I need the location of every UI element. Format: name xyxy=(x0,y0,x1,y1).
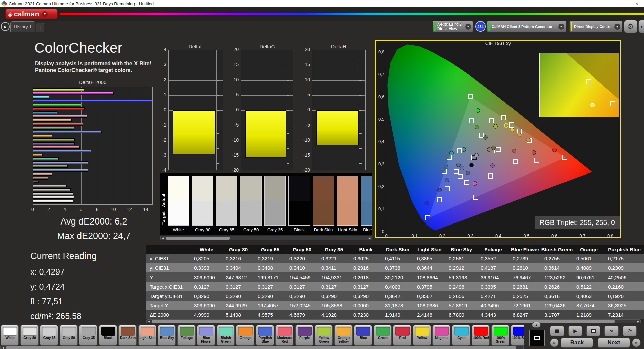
pattern-label: 100% Blue xyxy=(511,336,524,340)
patch-swatch[interactable] xyxy=(192,176,213,226)
meter-dropdown[interactable]: X-Rite i1Pro 2 Direct View ▼ xyxy=(433,21,473,32)
tick xyxy=(287,88,289,88)
table-cell: 4,9575 xyxy=(254,310,286,319)
patch-target xyxy=(192,201,213,225)
pattern-strip-scrollbar[interactable]: ◀ xyxy=(0,346,524,349)
pattern-button-orange[interactable]: Orange xyxy=(236,325,254,346)
patch-swatch[interactable] xyxy=(361,176,372,226)
minimize-button[interactable]: — xyxy=(600,0,614,7)
pattern-button-blue-sky[interactable]: Blue Sky xyxy=(158,325,176,346)
table-cell: 0,3219 xyxy=(254,254,286,263)
x-tick-label: 10 xyxy=(108,207,118,212)
window-title: Calman 2021 Calman Ultimate for Business… xyxy=(9,1,154,6)
pattern-button-orange-yellow[interactable]: Orange Yellow xyxy=(334,325,353,346)
back-button[interactable]: Back xyxy=(561,338,593,348)
table-cell: 0,3127 xyxy=(254,282,286,291)
settings-gear-button[interactable]: ⚙ xyxy=(624,20,637,33)
scroll-left-icon[interactable]: ◀ xyxy=(161,236,165,240)
pattern-label: Magenta xyxy=(433,336,451,340)
pattern-button-yellow[interactable]: Yellow xyxy=(413,325,431,346)
pattern-button-light-skin[interactable]: Light Skin xyxy=(138,325,156,346)
table-cell: 129,6426 xyxy=(541,301,573,310)
pattern-button-purplish-blue[interactable]: Purplish Blue xyxy=(256,325,274,346)
pattern-button-bluish-green[interactable]: Bluish Green xyxy=(217,325,235,346)
continuous-measure-button[interactable]: ∞ xyxy=(604,326,619,336)
x-tick-label: 0,8 xyxy=(605,233,616,238)
patch-label: Light Skin xyxy=(337,227,358,232)
y-tick-label: -10 xyxy=(299,137,310,143)
patch-swatch[interactable] xyxy=(313,176,334,226)
pattern-preview-window[interactable] xyxy=(529,330,545,346)
pattern-button-blue[interactable]: Blue xyxy=(354,325,372,346)
pattern-label: Yellow xyxy=(413,336,431,340)
pattern-label: Blue xyxy=(354,336,372,340)
add-tab-button[interactable]: + xyxy=(36,23,44,32)
patch-swatch[interactable] xyxy=(337,176,358,226)
tick xyxy=(359,163,362,164)
stop-measure-button[interactable]: ■ xyxy=(550,326,564,336)
tab-scroll-button[interactable]: ▶ xyxy=(1,22,10,31)
patch-swatch[interactable] xyxy=(240,176,262,226)
patch-actual xyxy=(337,176,358,201)
pattern-button-magenta[interactable]: Magenta xyxy=(432,325,450,346)
patch-swatch[interactable] xyxy=(168,176,189,226)
scroll-left-icon[interactable]: ◀ xyxy=(1,346,5,349)
pattern-button-100-red[interactable]: 100% Red xyxy=(472,325,490,346)
pattern-button-moderate-red[interactable]: Moderate Red xyxy=(275,325,293,346)
table-cell: 0,3205 xyxy=(191,254,222,263)
scroll-right-icon[interactable]: ▶ xyxy=(367,236,372,240)
scrollbar-thumb[interactable] xyxy=(166,237,230,240)
maximize-button[interactable]: □ xyxy=(614,0,629,7)
y-tick-label: -15 xyxy=(299,152,310,158)
display-control-dropdown[interactable]: Direct Display Control ▼ xyxy=(569,21,622,32)
collapse-strip-button[interactable]: ▲ xyxy=(532,322,541,328)
avg-de2000: Avg dE2000: 6,2 xyxy=(20,216,168,227)
tick xyxy=(217,148,219,149)
pattern-button-yellow-green[interactable]: Yellow Green xyxy=(315,325,333,346)
patch-swatch[interactable] xyxy=(288,176,310,226)
pattern-button-gray-80[interactable]: Gray 80 xyxy=(20,325,39,346)
patch-strip-scrollbar[interactable]: ◀ ▶ xyxy=(160,236,372,240)
scrollbar-thumb[interactable] xyxy=(6,346,516,349)
target-square xyxy=(513,159,518,164)
pattern-button-100-blue[interactable]: 100% Blue xyxy=(511,325,524,346)
y-tick-label: -2 xyxy=(155,137,166,143)
pattern-button-dark-skin[interactable]: Dark Skin xyxy=(118,325,137,346)
pattern-button-white[interactable]: White xyxy=(1,325,19,346)
pattern-button-red[interactable]: Red xyxy=(393,325,411,346)
back-chevron-button[interactable]: « xyxy=(550,338,559,347)
pattern-button-gray-65[interactable]: Gray 65 xyxy=(40,325,58,346)
pattern-button-foliage[interactable]: Foliage xyxy=(177,325,196,346)
deltae-bar xyxy=(33,92,114,95)
measured-point xyxy=(487,147,491,152)
next-button[interactable]: Next xyxy=(598,338,630,348)
table-cell: 4,9990 xyxy=(191,310,222,319)
exposure-badge[interactable]: 234 xyxy=(475,21,486,32)
pattern-source-dropdown[interactable]: CalMAN Client 3 Pattern Generator ▼ xyxy=(487,21,566,32)
pattern-window-button[interactable] xyxy=(586,326,600,336)
pattern-button-gray-50[interactable]: Gray 50 xyxy=(60,325,78,346)
table-row: Target x:CIE310,31270,31270,31270,31270,… xyxy=(146,282,644,291)
pattern-button-cyan[interactable]: Cyan xyxy=(452,325,470,346)
pattern-button-black[interactable]: Black xyxy=(99,325,117,346)
table-cell: 0,3404 xyxy=(222,263,254,272)
pattern-button-purple[interactable]: Purple xyxy=(295,325,313,346)
tab-history-1[interactable]: History 1 xyxy=(10,21,35,32)
pattern-button-gray-35[interactable]: Gray 35 xyxy=(79,325,97,346)
table-cell: 3,1707 xyxy=(541,310,573,319)
side-panel-expand-button[interactable]: ◀ xyxy=(638,20,644,33)
patch-swatch[interactable] xyxy=(264,176,286,226)
pattern-button-green[interactable]: Green xyxy=(374,325,392,346)
start-measure-button[interactable]: ▶ xyxy=(568,326,582,336)
calman-menu-button[interactable]: ◈ calman ▼ xyxy=(5,9,58,19)
patch-swatch[interactable] xyxy=(216,176,237,226)
table-cell: 0,2496 xyxy=(445,282,477,291)
pattern-button-blue-flower[interactable]: Blue Flower xyxy=(197,325,215,346)
pattern-button-100-green[interactable]: 100% Green xyxy=(491,325,509,346)
tick xyxy=(287,163,289,164)
refresh-button[interactable]: ⟳ xyxy=(623,326,637,336)
table-cell: 0,3411 xyxy=(318,263,350,272)
close-button[interactable]: × xyxy=(629,0,644,7)
next-chevron-button[interactable]: » xyxy=(632,338,641,347)
target-square xyxy=(442,169,447,174)
